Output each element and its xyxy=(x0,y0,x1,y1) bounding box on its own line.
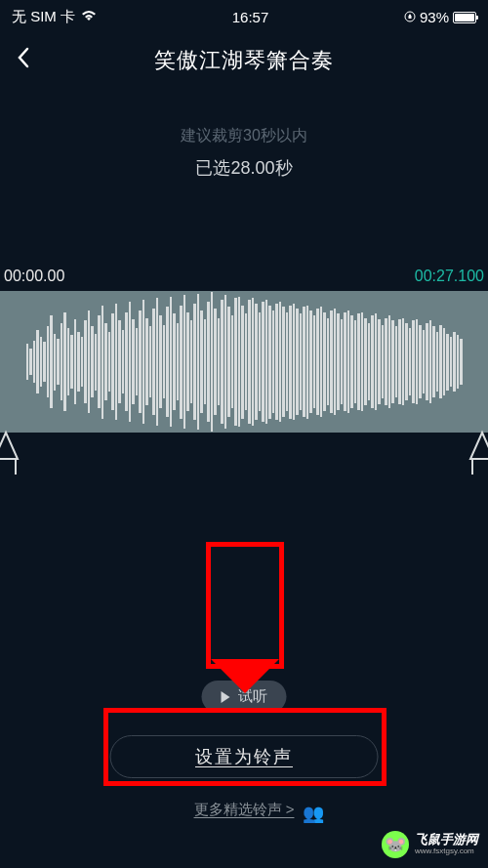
play-icon xyxy=(222,691,230,703)
selected-duration: 已选28.00秒 xyxy=(0,156,488,180)
carrier-text: 无 SIM 卡 xyxy=(12,8,75,26)
preview-label: 试听 xyxy=(238,687,267,706)
watermark-title: 飞鼠手游网 xyxy=(415,833,478,847)
trim-handle-right[interactable] xyxy=(467,428,488,476)
status-time: 16:57 xyxy=(232,9,269,25)
watermark: 🐭 飞鼠手游网 www.fsxtgsy.com xyxy=(382,831,478,858)
status-right: 93% xyxy=(404,9,476,25)
person-icon: 👥 xyxy=(303,803,324,824)
waveform-editor: 00:00.00 00:27.100 xyxy=(0,268,488,433)
battery-icon xyxy=(453,12,476,23)
battery-percent: 93% xyxy=(420,9,449,25)
status-bar: 无 SIM 卡 16:57 93% xyxy=(0,0,488,34)
set-ringtone-button[interactable]: 设置为铃声 xyxy=(110,735,379,778)
more-link-label: 更多精选铃声 > xyxy=(194,801,295,817)
wifi-icon xyxy=(81,9,97,25)
more-ringtones-link[interactable]: 更多精选铃声 > xyxy=(194,801,295,819)
waveform-track[interactable] xyxy=(0,291,488,433)
back-button[interactable] xyxy=(16,46,31,75)
set-ringtone-label: 设置为铃声 xyxy=(195,745,293,768)
crop-hint: 建议裁剪30秒以内 xyxy=(0,126,488,146)
status-left: 无 SIM 卡 xyxy=(12,8,97,26)
watermark-logo-icon: 🐭 xyxy=(382,831,409,858)
watermark-url: www.fsxtgsy.com xyxy=(415,847,478,856)
page-title: 笑傲江湖琴箫合奏 xyxy=(16,46,472,75)
preview-button[interactable]: 试听 xyxy=(202,681,287,713)
nav-bar: 笑傲江湖琴箫合奏 xyxy=(0,34,488,87)
end-time: 00:27.100 xyxy=(415,268,484,285)
time-labels: 00:00.00 00:27.100 xyxy=(0,268,488,285)
start-time: 00:00.00 xyxy=(4,268,64,285)
lock-icon xyxy=(404,9,416,25)
trim-handle-left[interactable] xyxy=(0,428,21,476)
